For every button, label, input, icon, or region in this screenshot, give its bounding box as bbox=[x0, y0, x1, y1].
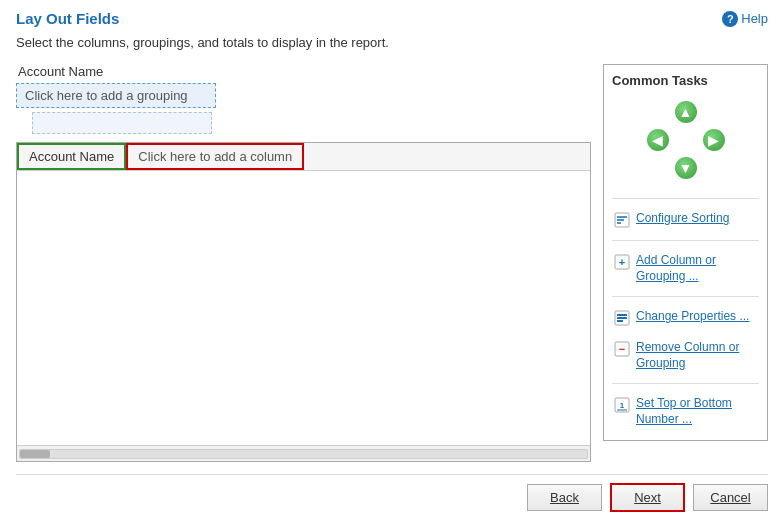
scroll-thumb bbox=[20, 450, 50, 458]
nav-arrows: ▲ ◀ ▶ ▼ bbox=[644, 98, 728, 182]
configure-sorting-icon bbox=[614, 212, 630, 228]
arrow-up-icon: ▲ bbox=[675, 101, 697, 123]
arrow-left-icon: ◀ bbox=[647, 129, 669, 151]
task-divider-3 bbox=[612, 296, 759, 297]
arrow-empty-br bbox=[700, 154, 728, 182]
svg-rect-8 bbox=[617, 317, 627, 319]
arrow-right-icon: ▶ bbox=[703, 129, 725, 151]
arrow-down-button[interactable]: ▼ bbox=[672, 154, 700, 182]
grouping-label: Account Name bbox=[18, 64, 591, 79]
scroll-track[interactable] bbox=[19, 449, 588, 459]
scroll-bar-bottom[interactable] bbox=[17, 445, 590, 461]
header-row: Lay Out Fields ? Help bbox=[16, 10, 768, 27]
common-tasks-title: Common Tasks bbox=[612, 73, 708, 88]
columns-area: Account Name Click here to add a column bbox=[16, 142, 591, 462]
set-top-bottom-icon: 1 bbox=[614, 397, 630, 413]
page-container: Lay Out Fields ? Help Select the columns… bbox=[0, 0, 784, 522]
footer-row: Back Next Cancel bbox=[16, 474, 768, 512]
subtitle: Select the columns, groupings, and total… bbox=[16, 35, 768, 50]
arrow-empty-tl bbox=[644, 98, 672, 126]
arrow-empty-bl bbox=[644, 154, 672, 182]
arrow-empty-tr bbox=[700, 98, 728, 126]
back-button[interactable]: Back bbox=[527, 484, 602, 511]
arrow-center bbox=[672, 126, 700, 154]
grouping-sub-placeholder bbox=[32, 112, 212, 134]
svg-rect-9 bbox=[617, 320, 623, 322]
cancel-button[interactable]: Cancel bbox=[693, 484, 768, 511]
common-tasks-box: Common Tasks ▲ ◀ ▶ bbox=[603, 64, 768, 441]
arrow-up-button[interactable]: ▲ bbox=[672, 98, 700, 126]
help-icon: ? bbox=[722, 11, 738, 27]
cancel-label: Cancel bbox=[710, 490, 750, 505]
svg-text:1: 1 bbox=[620, 401, 625, 410]
change-properties-label: Change Properties ... bbox=[636, 309, 749, 325]
task-set-top-bottom[interactable]: 1 Set Top or Bottom Number ... bbox=[612, 392, 759, 431]
remove-column-grouping-label: Remove Column or Grouping bbox=[636, 340, 757, 371]
right-panel: Common Tasks ▲ ◀ ▶ bbox=[603, 64, 768, 462]
task-add-column-grouping[interactable]: + Add Column or Grouping ... bbox=[612, 249, 759, 288]
column-add-cell[interactable]: Click here to add a column bbox=[126, 143, 304, 170]
column-header-account-name[interactable]: Account Name bbox=[17, 143, 126, 170]
svg-rect-7 bbox=[617, 314, 627, 316]
help-link[interactable]: ? Help bbox=[722, 11, 768, 27]
task-divider-4 bbox=[612, 383, 759, 384]
change-properties-icon bbox=[614, 310, 630, 326]
back-label: Back bbox=[550, 490, 579, 505]
columns-body bbox=[17, 171, 590, 445]
arrow-left-button[interactable]: ◀ bbox=[644, 126, 672, 154]
grouping-placeholder[interactable]: Click here to add a grouping bbox=[16, 83, 216, 108]
task-remove-column-grouping[interactable]: − Remove Column or Grouping bbox=[612, 336, 759, 375]
arrow-down-icon: ▼ bbox=[675, 157, 697, 179]
help-label: Help bbox=[741, 11, 768, 26]
remove-column-grouping-icon: − bbox=[614, 341, 630, 357]
task-change-properties[interactable]: Change Properties ... bbox=[612, 305, 759, 330]
add-column-grouping-label: Add Column or Grouping ... bbox=[636, 253, 757, 284]
svg-text:−: − bbox=[619, 343, 625, 355]
svg-text:+: + bbox=[619, 256, 625, 268]
set-top-bottom-label: Set Top or Bottom Number ... bbox=[636, 396, 757, 427]
next-button[interactable]: Next bbox=[610, 483, 685, 512]
task-divider-1 bbox=[612, 198, 759, 199]
task-configure-sorting[interactable]: Configure Sorting bbox=[612, 207, 759, 232]
main-content: Account Name Click here to add a groupin… bbox=[16, 64, 768, 462]
page-title: Lay Out Fields bbox=[16, 10, 119, 27]
arrow-right-button[interactable]: ▶ bbox=[700, 126, 728, 154]
configure-sorting-label: Configure Sorting bbox=[636, 211, 729, 227]
next-label: Next bbox=[634, 490, 661, 505]
task-divider-2 bbox=[612, 240, 759, 241]
columns-header-row: Account Name Click here to add a column bbox=[17, 143, 590, 171]
left-panel: Account Name Click here to add a groupin… bbox=[16, 64, 591, 462]
add-column-grouping-icon: + bbox=[614, 254, 630, 270]
